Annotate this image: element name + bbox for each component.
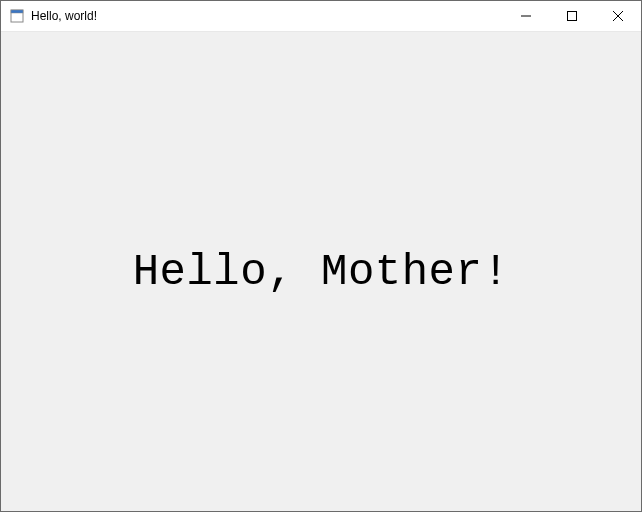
content-area: Hello, Mother!	[1, 32, 641, 511]
svg-rect-1	[11, 10, 23, 13]
minimize-icon	[521, 11, 531, 21]
maximize-icon	[567, 11, 577, 21]
window-title: Hello, world!	[31, 9, 97, 23]
svg-rect-3	[568, 12, 577, 21]
application-window: Hello, world! Hello, Mother!	[0, 0, 642, 512]
maximize-button[interactable]	[549, 1, 595, 31]
window-controls	[503, 1, 641, 31]
main-text: Hello, Mother!	[133, 247, 510, 297]
close-button[interactable]	[595, 1, 641, 31]
app-icon	[9, 8, 25, 24]
titlebar[interactable]: Hello, world!	[1, 1, 641, 32]
minimize-button[interactable]	[503, 1, 549, 31]
close-icon	[613, 11, 623, 21]
